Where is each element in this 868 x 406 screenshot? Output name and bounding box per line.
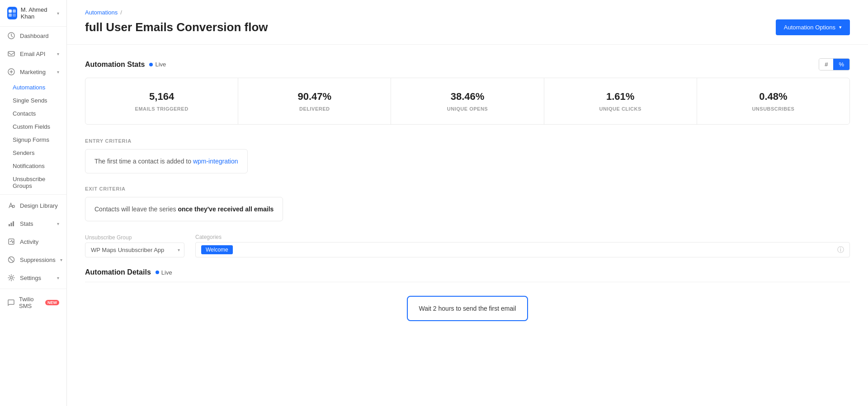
exit-criteria-section: EXIT CRITERIA Contacts will leave the se…: [85, 186, 850, 221]
stats-card: 5,164 EMAILS TRIGGERED 90.47% DELIVERED …: [85, 78, 850, 125]
stat-unique-clicks-value: 1.61%: [555, 91, 686, 103]
sidebar-item-suppressions[interactable]: Suppressions ▾: [0, 251, 66, 269]
automation-options-label: Automation Options: [784, 24, 835, 31]
svg-rect-0: [9, 9, 12, 13]
svg-rect-2: [9, 14, 12, 17]
exit-criteria-box: Contacts will leave the series once they…: [85, 197, 283, 221]
stats-live-badge: Live: [149, 61, 166, 68]
stat-delivered-label: DELIVERED: [249, 106, 380, 112]
automation-details-live-dot-icon: [156, 271, 159, 274]
entry-criteria-text-prefix: The first time a contact is added to: [94, 158, 191, 165]
sidebar-item-stats[interactable]: Stats ▾: [0, 215, 66, 233]
sidebar-divider-1: [0, 194, 66, 195]
design-library-label: Design Library: [20, 202, 58, 209]
automation-details-title: Automation Details: [85, 268, 151, 276]
exit-criteria-strong-text: once they've received all emails: [178, 205, 274, 213]
stats-icon: [7, 219, 15, 228]
sidebar-item-twilio-sms[interactable]: Twilio SMS NEW: [0, 291, 66, 314]
categories-info-icon[interactable]: ⓘ: [837, 246, 844, 254]
sidebar-sub-single-sends[interactable]: Single Sends: [0, 94, 66, 107]
stats-live-label: Live: [155, 61, 166, 68]
svg-point-7: [13, 205, 15, 208]
sidebar-logo[interactable]: M. Ahmed Khan ▾: [0, 0, 66, 27]
toggle-hash-button[interactable]: #: [819, 59, 833, 70]
svg-rect-9: [11, 223, 12, 226]
stats-header: Automation Stats Live # %: [85, 58, 850, 70]
marketing-icon: [7, 68, 15, 76]
stat-unsubscribes-label: UNSUBSCRIBES: [708, 106, 839, 112]
sidebar-item-marketing[interactable]: Marketing ▾: [0, 63, 66, 81]
stats-toggle-group: # %: [819, 58, 850, 70]
top-bar: Automations / full User Emails Conversio…: [67, 0, 868, 45]
page-title: full User Emails Conversion flow: [85, 20, 268, 34]
stats-title: Automation Stats: [85, 61, 145, 69]
suppressions-label: Suppressions: [20, 257, 56, 263]
svg-rect-10: [13, 221, 14, 226]
activity-icon: [7, 238, 15, 246]
categories-label: Categories: [195, 234, 850, 240]
stat-emails-triggered: 5,164 EMAILS TRIGGERED: [85, 78, 238, 124]
stat-unique-opens-value: 38.46%: [402, 91, 533, 103]
settings-icon: [7, 274, 15, 282]
username-label: M. Ahmed Khan: [21, 6, 53, 20]
dashboard-label: Dashboard: [20, 33, 49, 39]
sidebar-sub-contacts[interactable]: Contacts: [0, 107, 66, 120]
entry-criteria-link[interactable]: wpm-integration: [193, 158, 238, 165]
unsubscribe-group-field: Unsubscribe Group WP Maps Unsubscriber A…: [85, 234, 184, 257]
stat-emails-triggered-value: 5,164: [96, 91, 227, 103]
email-step-card: Wait 2 hours to send the first email: [407, 296, 528, 321]
sidebar-item-activity[interactable]: Activity: [0, 233, 66, 251]
sidebar-item-settings[interactable]: Settings ▾: [0, 269, 66, 287]
stat-unsubscribes-value: 0.48%: [708, 91, 839, 103]
breadcrumb-parent[interactable]: Automations: [85, 9, 118, 16]
settings-label: Settings: [20, 275, 41, 281]
exit-criteria-label: EXIT CRITERIA: [85, 186, 850, 191]
unsubscribe-group-label: Unsubscribe Group: [85, 234, 184, 241]
suppressions-chevron-icon: ▾: [60, 257, 62, 262]
live-dot-icon: [149, 63, 153, 66]
suppressions-icon: [7, 256, 15, 264]
twilio-sms-badge: NEW: [45, 300, 59, 305]
category-tag-welcome: Welcome: [201, 245, 233, 254]
email-api-icon: [7, 50, 15, 58]
svg-rect-8: [9, 224, 10, 226]
toggle-percent-button[interactable]: %: [833, 59, 849, 70]
stat-delivered: 90.47% DELIVERED: [238, 78, 391, 124]
main-content: Automations / full User Emails Conversio…: [67, 0, 868, 406]
sidebar-sub-unsubscribe-groups[interactable]: Unsubscribe Groups: [0, 173, 66, 192]
sidebar-sub-custom-fields[interactable]: Custom Fields: [0, 120, 66, 133]
entry-criteria-box: The first time a contact is added to wpm…: [85, 149, 248, 173]
sidebar-sub-signup-forms[interactable]: Signup Forms: [0, 133, 66, 146]
svg-point-13: [10, 277, 13, 279]
automation-options-arrow-icon: ▾: [839, 24, 842, 30]
sidebar-sub-automations[interactable]: Automations: [0, 81, 66, 94]
unsubscribe-group-select[interactable]: WP Maps Unsubscriber App: [85, 243, 184, 257]
automation-options-button[interactable]: Automation Options ▾: [776, 19, 850, 35]
settings-chevron-icon: ▾: [57, 275, 59, 280]
exit-criteria-text-prefix: Contacts will leave the series: [94, 205, 176, 213]
marketing-label: Marketing: [20, 69, 46, 75]
breadcrumb: Automations /: [85, 9, 850, 16]
sidebar-item-email-api[interactable]: Email API ▾: [0, 45, 66, 63]
email-step-container: Wait 2 hours to send the first email: [85, 291, 850, 326]
stats-title-row: Automation Stats Live: [85, 61, 166, 69]
stats-label: Stats: [20, 220, 33, 227]
design-library-icon: [7, 201, 15, 210]
stat-unique-clicks: 1.61% UNIQUE CLICKS: [544, 78, 697, 124]
dashboard-icon: [7, 32, 15, 40]
sidebar-item-design-library[interactable]: Design Library: [0, 196, 66, 215]
section-divider: [85, 282, 850, 282]
categories-tags-container[interactable]: Welcome ⓘ: [195, 242, 850, 257]
email-step-label: Wait 2 hours to send the first email: [419, 305, 516, 312]
sidebar-sub-notifications[interactable]: Notifications: [0, 159, 66, 173]
stat-delivered-value: 90.47%: [249, 91, 380, 103]
stat-unique-opens: 38.46% UNIQUE OPENS: [391, 78, 544, 124]
content-area: Automation Stats Live # % 5,164 EMAILS T…: [67, 45, 868, 339]
sidebar-item-dashboard[interactable]: Dashboard: [0, 27, 66, 45]
automation-details-header: Automation Details Live: [85, 268, 850, 276]
categories-field: Categories Welcome ⓘ: [195, 234, 850, 257]
entry-criteria-label: ENTRY CRITERIA: [85, 138, 850, 144]
sidebar-sub-senders[interactable]: Senders: [0, 146, 66, 159]
twilio-sms-label: Twilio SMS: [19, 296, 39, 309]
user-chevron-icon: ▾: [57, 11, 59, 16]
